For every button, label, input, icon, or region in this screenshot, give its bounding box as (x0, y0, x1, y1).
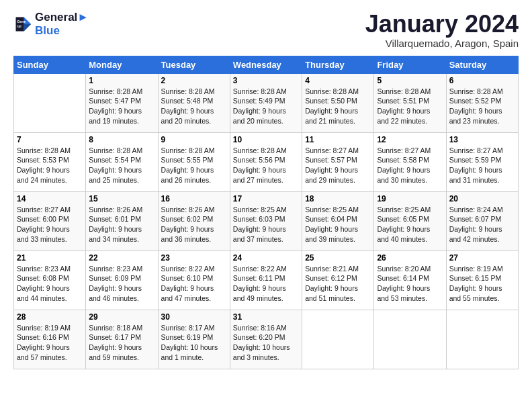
week-row-0: 1Sunrise: 8:28 AMSunset: 5:47 PMDaylight… (14, 73, 519, 132)
day-number: 18 (305, 194, 371, 203)
calendar-cell: 29Sunrise: 8:18 AMSunset: 6:17 PMDayligh… (86, 310, 158, 369)
day-number: 25 (305, 253, 371, 263)
day-number: 27 (449, 253, 515, 263)
month-title: January 2024 (365, 11, 519, 38)
cell-content: Sunrise: 8:17 AMSunset: 6:19 PMDaylight:… (161, 323, 227, 363)
cell-content: Sunrise: 8:28 AMSunset: 5:52 PMDaylight:… (449, 87, 515, 126)
calendar-cell: 24Sunrise: 8:22 AMSunset: 6:11 PMDayligh… (230, 250, 302, 310)
calendar-cell: 20Sunrise: 8:24 AMSunset: 6:07 PMDayligh… (446, 191, 518, 250)
day-number: 9 (161, 135, 227, 144)
calendar-cell: 18Sunrise: 8:25 AMSunset: 6:04 PMDayligh… (302, 191, 374, 250)
day-number: 24 (233, 253, 299, 263)
logo-text: General► Blue (35, 11, 89, 37)
cell-content: Sunrise: 8:28 AMSunset: 5:48 PMDaylight:… (161, 87, 227, 126)
calendar-cell: 1Sunrise: 8:28 AMSunset: 5:47 PMDaylight… (86, 73, 158, 132)
calendar-cell (374, 310, 446, 369)
calendar-cell: 4Sunrise: 8:28 AMSunset: 5:50 PMDaylight… (302, 73, 374, 132)
cell-content: Sunrise: 8:20 AMSunset: 6:14 PMDaylight:… (377, 264, 443, 304)
day-number: 7 (17, 135, 83, 144)
col-thursday: Thursday (302, 56, 374, 73)
calendar-cell: 22Sunrise: 8:23 AMSunset: 6:09 PMDayligh… (86, 250, 158, 310)
col-wednesday: Wednesday (230, 56, 302, 73)
calendar-cell: 12Sunrise: 8:27 AMSunset: 5:58 PMDayligh… (374, 132, 446, 191)
logo: Gene ral General► Blue (13, 11, 89, 37)
cell-content: Sunrise: 8:23 AMSunset: 6:08 PMDaylight:… (17, 264, 83, 304)
calendar-cell: 11Sunrise: 8:27 AMSunset: 5:57 PMDayligh… (302, 132, 374, 191)
cell-content: Sunrise: 8:28 AMSunset: 5:50 PMDaylight:… (305, 87, 371, 126)
day-number: 16 (161, 194, 227, 203)
cell-content: Sunrise: 8:27 AMSunset: 5:59 PMDaylight:… (449, 146, 515, 185)
calendar-cell (302, 310, 374, 369)
header-row: Sunday Monday Tuesday Wednesday Thursday… (14, 56, 519, 73)
calendar-cell: 10Sunrise: 8:28 AMSunset: 5:56 PMDayligh… (230, 132, 302, 191)
day-number: 3 (233, 76, 299, 85)
svg-text:Gene: Gene (17, 19, 26, 24)
calendar-cell: 25Sunrise: 8:21 AMSunset: 6:12 PMDayligh… (302, 250, 374, 310)
day-number: 30 (161, 312, 227, 322)
day-number: 28 (17, 312, 83, 322)
calendar-cell: 6Sunrise: 8:28 AMSunset: 5:52 PMDaylight… (446, 73, 518, 132)
calendar-cell: 26Sunrise: 8:20 AMSunset: 6:14 PMDayligh… (374, 250, 446, 310)
calendar-cell: 13Sunrise: 8:27 AMSunset: 5:59 PMDayligh… (446, 132, 518, 191)
col-sunday: Sunday (14, 56, 86, 73)
cell-content: Sunrise: 8:27 AMSunset: 6:00 PMDaylight:… (17, 205, 83, 244)
week-row-4: 28Sunrise: 8:19 AMSunset: 6:16 PMDayligh… (14, 310, 519, 369)
page: Gene ral General► Blue January 2024 Vill… (0, 0, 532, 376)
day-number: 5 (377, 76, 443, 85)
day-number: 20 (449, 194, 515, 203)
title-block: January 2024 Villarquemado, Aragon, Spai… (365, 11, 519, 49)
cell-content: Sunrise: 8:19 AMSunset: 6:15 PMDaylight:… (449, 264, 515, 304)
cell-content: Sunrise: 8:21 AMSunset: 6:12 PMDaylight:… (305, 264, 371, 304)
day-number: 6 (449, 76, 515, 85)
calendar-cell: 31Sunrise: 8:16 AMSunset: 6:20 PMDayligh… (230, 310, 302, 369)
cell-content: Sunrise: 8:26 AMSunset: 6:01 PMDaylight:… (89, 205, 154, 244)
col-friday: Friday (374, 56, 446, 73)
cell-content: Sunrise: 8:25 AMSunset: 6:03 PMDaylight:… (233, 205, 299, 244)
day-number: 1 (89, 76, 154, 85)
day-number: 2 (161, 76, 227, 85)
calendar-cell: 14Sunrise: 8:27 AMSunset: 6:00 PMDayligh… (14, 191, 86, 250)
calendar-cell: 23Sunrise: 8:22 AMSunset: 6:10 PMDayligh… (158, 250, 230, 310)
calendar-cell: 17Sunrise: 8:25 AMSunset: 6:03 PMDayligh… (230, 191, 302, 250)
cell-content: Sunrise: 8:23 AMSunset: 6:09 PMDaylight:… (89, 264, 154, 304)
calendar-cell: 8Sunrise: 8:28 AMSunset: 5:54 PMDaylight… (86, 132, 158, 191)
day-number: 11 (305, 135, 371, 144)
cell-content: Sunrise: 8:22 AMSunset: 6:11 PMDaylight:… (233, 264, 299, 304)
day-number: 31 (233, 312, 299, 322)
calendar-cell: 5Sunrise: 8:28 AMSunset: 5:51 PMDaylight… (374, 73, 446, 132)
cell-content: Sunrise: 8:28 AMSunset: 5:51 PMDaylight:… (377, 87, 443, 126)
calendar-body: 1Sunrise: 8:28 AMSunset: 5:47 PMDaylight… (14, 73, 519, 369)
day-number: 13 (449, 135, 515, 144)
day-number: 26 (377, 253, 443, 263)
cell-content: Sunrise: 8:28 AMSunset: 5:56 PMDaylight:… (233, 146, 299, 185)
calendar-cell: 7Sunrise: 8:28 AMSunset: 5:53 PMDaylight… (14, 132, 86, 191)
calendar-cell (446, 310, 518, 369)
week-row-2: 14Sunrise: 8:27 AMSunset: 6:00 PMDayligh… (14, 191, 519, 250)
cell-content: Sunrise: 8:28 AMSunset: 5:55 PMDaylight:… (161, 146, 227, 185)
calendar-cell: 30Sunrise: 8:17 AMSunset: 6:19 PMDayligh… (158, 310, 230, 369)
calendar-cell: 16Sunrise: 8:26 AMSunset: 6:02 PMDayligh… (158, 191, 230, 250)
calendar-cell: 9Sunrise: 8:28 AMSunset: 5:55 PMDaylight… (158, 132, 230, 191)
cell-content: Sunrise: 8:28 AMSunset: 5:53 PMDaylight:… (17, 146, 83, 185)
cell-content: Sunrise: 8:25 AMSunset: 6:05 PMDaylight:… (377, 205, 443, 244)
day-number: 21 (17, 253, 83, 263)
calendar-cell: 28Sunrise: 8:19 AMSunset: 6:16 PMDayligh… (14, 310, 86, 369)
day-number: 29 (89, 312, 154, 322)
calendar-cell (14, 73, 86, 132)
cell-content: Sunrise: 8:27 AMSunset: 5:57 PMDaylight:… (305, 146, 371, 185)
day-number: 10 (233, 135, 299, 144)
day-number: 4 (305, 76, 371, 85)
calendar-cell: 2Sunrise: 8:28 AMSunset: 5:48 PMDaylight… (158, 73, 230, 132)
day-number: 8 (89, 135, 154, 144)
day-number: 17 (233, 194, 299, 203)
day-number: 14 (17, 194, 83, 203)
cell-content: Sunrise: 8:22 AMSunset: 6:10 PMDaylight:… (161, 264, 227, 304)
calendar-cell: 21Sunrise: 8:23 AMSunset: 6:08 PMDayligh… (14, 250, 86, 310)
cell-content: Sunrise: 8:28 AMSunset: 5:49 PMDaylight:… (233, 87, 299, 126)
cell-content: Sunrise: 8:16 AMSunset: 6:20 PMDaylight:… (233, 323, 299, 363)
cell-content: Sunrise: 8:28 AMSunset: 5:47 PMDaylight:… (89, 87, 154, 126)
calendar-cell: 3Sunrise: 8:28 AMSunset: 5:49 PMDaylight… (230, 73, 302, 132)
day-number: 23 (161, 253, 227, 263)
week-row-1: 7Sunrise: 8:28 AMSunset: 5:53 PMDaylight… (14, 132, 519, 191)
day-number: 15 (89, 194, 154, 203)
